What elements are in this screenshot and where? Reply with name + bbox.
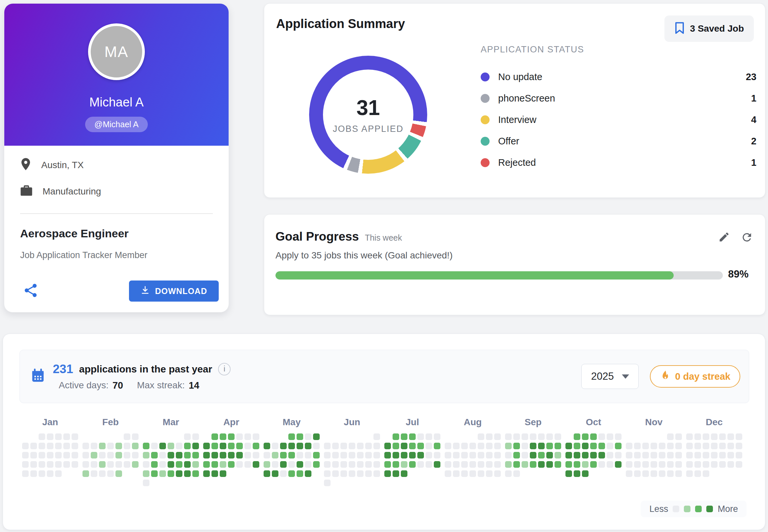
heatmap-cell (176, 470, 182, 477)
heatmap-cell (47, 470, 53, 477)
share-icon[interactable] (23, 282, 39, 298)
divider (20, 213, 213, 214)
month-grid (626, 433, 682, 477)
heatmap-cell (642, 443, 649, 449)
heatmap-cell (513, 433, 520, 440)
year-select[interactable]: 2025 (581, 364, 639, 389)
heatmap-cell (574, 452, 580, 458)
heatmap-cell (651, 452, 657, 458)
heatmap-cell (703, 433, 709, 440)
location-pin-icon (20, 158, 31, 173)
heatmap-cell (736, 461, 742, 468)
heatmap-month: Sep (505, 417, 561, 486)
summary-title: Application Summary (276, 17, 405, 31)
heatmap-cell (220, 470, 226, 477)
heatmap-cell (349, 461, 355, 468)
heatmap-cell (675, 452, 682, 458)
year-select-value: 2025 (591, 370, 614, 382)
heatmap-cell (401, 433, 407, 440)
heatmap-cell (22, 470, 29, 477)
heatmap-cell (546, 433, 553, 440)
location-row: Austin, TX (20, 156, 101, 174)
heatmap-cell (703, 443, 709, 449)
heatmap-cell (280, 443, 287, 449)
heatmap-cell (513, 470, 520, 477)
heatmap-cell (590, 461, 597, 468)
status-row: Interview4 (481, 109, 756, 131)
heatmap-cell (626, 443, 633, 449)
heatmap-cell (91, 452, 97, 458)
month-label: Nov (626, 417, 682, 429)
jobs-applied-total: 31 (356, 96, 380, 120)
heatmap-cell (615, 433, 622, 440)
heatmap-cell (245, 452, 251, 458)
heatmap-cell (599, 433, 605, 440)
heatmap-cell (176, 443, 182, 449)
refresh-icon[interactable] (741, 231, 753, 245)
heatmap-cell (39, 461, 45, 468)
heatmap-cell (124, 433, 130, 440)
heatmap-cell (615, 452, 622, 458)
saved-jobs-button[interactable]: 3 Saved Job (665, 15, 754, 42)
heatmap-cell (124, 452, 130, 458)
heatmap-cell (554, 443, 561, 449)
goal-title-row: Goal Progress This week (276, 230, 402, 244)
heatmap-cell (30, 461, 37, 468)
heatmap-cell (349, 470, 355, 477)
edit-pencil-icon[interactable] (718, 231, 730, 245)
month-label: Jun (324, 417, 380, 429)
heatmap-cell (357, 443, 364, 449)
heatmap-cell (409, 433, 416, 440)
heatmap-cell (184, 433, 191, 440)
heatmap-cell (582, 452, 589, 458)
heatmap-month: Oct (565, 417, 622, 486)
heatmap-cell (107, 470, 114, 477)
heatmap-cell (236, 443, 243, 449)
heatmap-cell (401, 452, 407, 458)
heatmap-cell (659, 461, 665, 468)
heatmap-months: JanFebMarAprMayJunJulAugSepOctNovDec (22, 417, 742, 486)
heatmap-cell (486, 470, 492, 477)
month-label: Dec (686, 417, 742, 429)
heatmap-cell (82, 443, 89, 449)
heatmap-cell (228, 461, 235, 468)
status-label: Interview (498, 114, 536, 125)
heatmap-cell (686, 461, 693, 468)
heatmap-cell (305, 470, 311, 477)
heatmap-cell (30, 443, 37, 449)
active-days-label: Active days: (59, 380, 108, 391)
heatmap-cell (651, 443, 657, 449)
info-icon[interactable]: i (218, 363, 231, 375)
heatmap-cell (736, 452, 742, 458)
heatmap-cell (203, 461, 210, 468)
heatmap-cell (167, 443, 174, 449)
applications-count: 231 (53, 362, 73, 376)
heatmap-cell (253, 433, 259, 440)
goal-description: Apply to 35 jobs this week (Goal achieve… (276, 250, 453, 261)
heatmap-cell (461, 452, 468, 458)
heatmap-cell (212, 433, 218, 440)
heatmap-cell (505, 452, 512, 458)
heatmap-cell (505, 443, 512, 449)
heatmap-cell (184, 461, 191, 468)
heatmap-cell (494, 470, 501, 477)
heatmap-cell (305, 443, 311, 449)
status-value: 1 (751, 93, 756, 104)
heatmap-month: Jun (324, 417, 380, 486)
heatmap-cell (417, 461, 424, 468)
download-button[interactable]: DOWNLOAD (129, 281, 219, 302)
heatmap-cell (313, 461, 320, 468)
heatmap-cell (565, 452, 572, 458)
heatmap-month: Feb (82, 417, 138, 486)
heatmap-cell (373, 461, 380, 468)
heatmap-cell (626, 452, 633, 458)
heatmap-cell (426, 461, 432, 468)
heatmap-cell (159, 452, 166, 458)
month-grid (445, 433, 501, 477)
goal-title: Goal Progress (276, 230, 359, 244)
heatmap-cell (39, 452, 45, 458)
heatmap-cell (582, 461, 589, 468)
heatmap-month: Mar (143, 417, 199, 486)
heatmap-cell (159, 470, 166, 477)
heatmap-cell (565, 470, 572, 477)
